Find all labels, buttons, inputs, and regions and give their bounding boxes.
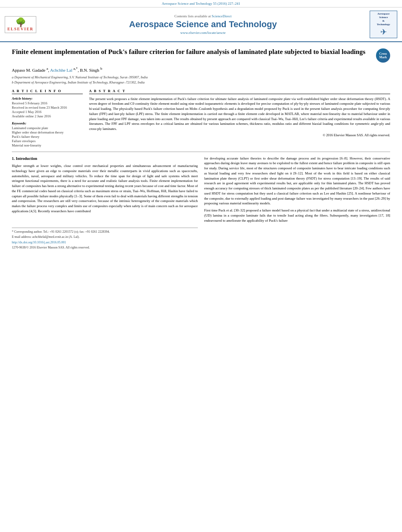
main-content: Finite element implementation of Puck's … xyxy=(0,42,402,255)
author-lal: Achchhe Lal xyxy=(50,68,73,72)
email-footnote: E-mail address: achchhelal@med.svnit.ac.… xyxy=(12,235,198,239)
received-revised-date: Received in revised form 23 March 2016 xyxy=(12,106,83,109)
copyright-line: © 2016 Elsevier Masson SAS. All rights r… xyxy=(89,133,390,137)
body-col-left-p1: Higher strength at lower weights, close … xyxy=(12,163,198,214)
body-col-right: for developing accurate failure theories… xyxy=(204,156,390,251)
journal-logo-box: Aerospace Science & Technology ✈ xyxy=(370,11,397,38)
footnote-divider: * Corresponding author. Tel.: +91 0261 2… xyxy=(12,228,198,250)
affiliation-b: b Department of Aerospace Engineering, I… xyxy=(12,80,390,85)
history-label: Article history: xyxy=(12,96,83,100)
contents-text: Contents lists available at xyxy=(175,14,211,18)
journal-url[interactable]: www.elsevier.com/locate/aescte xyxy=(40,31,366,35)
article-info-header: A R T I C L E I N F O xyxy=(12,89,83,94)
doi-link[interactable]: http://dx.doi.org/10.1016/j.ast.2016.05.… xyxy=(12,240,198,245)
keyword-4: Failure envelopes xyxy=(12,139,83,143)
author-singh: B.N. Singh xyxy=(80,68,100,72)
keywords-label: Keywords: xyxy=(12,121,83,125)
body-col-right-p1: for developing accurate failure theories… xyxy=(204,156,390,206)
abstract-header: A B S T R A C T xyxy=(89,89,390,94)
crossmark-badge[interactable]: CrossMark xyxy=(376,48,390,63)
keyword-5: Material non-linearity xyxy=(12,143,83,147)
section-divider xyxy=(12,152,390,152)
keyword-1: Laminated composite plate xyxy=(12,126,83,130)
elsevier-name: ELSEVIER xyxy=(7,27,34,31)
journal-title-area: Contents lists available at ScienceDirec… xyxy=(40,14,366,35)
abstract-panel: A B S T R A C T The present work propose… xyxy=(89,89,390,148)
crossmark-icon: CrossMark xyxy=(376,48,390,63)
journal-header: 🌳 ELSEVIER Contents lists available at S… xyxy=(0,7,402,42)
elsevier-logo: 🌳 ELSEVIER xyxy=(5,16,36,33)
keyword-2: Higher order shear deformation theory xyxy=(12,130,83,134)
journal-citation: Aerospace Science and Technology 55 (201… xyxy=(162,2,240,6)
journal-logo-text: Aerospace Science & Technology xyxy=(371,12,396,26)
body-content: 1. Introduction Higher strength at lower… xyxy=(12,156,390,251)
article-title: Finite element implementation of Puck's … xyxy=(12,48,372,57)
article-info-panel: A R T I C L E I N F O Article history: R… xyxy=(12,89,83,148)
article-title-area: Finite element implementation of Puck's … xyxy=(12,48,390,63)
footnotes-area: * Corresponding author. Tel.: +91 0261 2… xyxy=(12,216,198,250)
sciencedirect-link[interactable]: ScienceDirect xyxy=(212,14,231,18)
author-gadade: Appaso M. Gadade xyxy=(12,68,47,72)
affiliations: a Department of Mechanical Engineering, … xyxy=(12,75,390,85)
authors: Appaso M. Gadade a, Achchhe Lal a,*, B.N… xyxy=(12,67,390,72)
article-info-abstract: A R T I C L E I N F O Article history: R… xyxy=(12,89,390,148)
abstract-text: The present work proposes a finite eleme… xyxy=(89,96,390,132)
body-col-left: 1. Introduction Higher strength at lower… xyxy=(12,156,198,251)
section-1-title: 1. Introduction xyxy=(12,156,198,162)
aero-icon: ✈ xyxy=(371,27,396,37)
body-col-right-p2: First time Puck et al. [30–32] proposed … xyxy=(204,208,390,223)
issn-line: 1270-9638/© 2016 Elsevier Masson SAS. Al… xyxy=(12,245,198,250)
keyword-3: Puck's failure theory xyxy=(12,135,83,139)
keywords-section: Keywords: Laminated composite plate High… xyxy=(12,121,83,147)
accepted-date: Accepted 1 May 2016 xyxy=(12,110,83,114)
elsevier-tree-icon: 🌳 xyxy=(7,18,34,27)
received-date: Received 5 February 2016 xyxy=(12,101,83,105)
affiliation-a: a Department of Mechanical Engineering, … xyxy=(12,75,390,80)
corresponding-footnote: * Corresponding author. Tel.: +91 0261 2… xyxy=(12,230,198,234)
top-bar: Aerospace Science and Technology 55 (201… xyxy=(0,0,402,7)
available-date: Available online 2 June 2016 xyxy=(12,114,83,118)
contents-line: Contents lists available at ScienceDirec… xyxy=(40,14,366,18)
journal-name: Aerospace Science and Technology xyxy=(40,19,366,30)
